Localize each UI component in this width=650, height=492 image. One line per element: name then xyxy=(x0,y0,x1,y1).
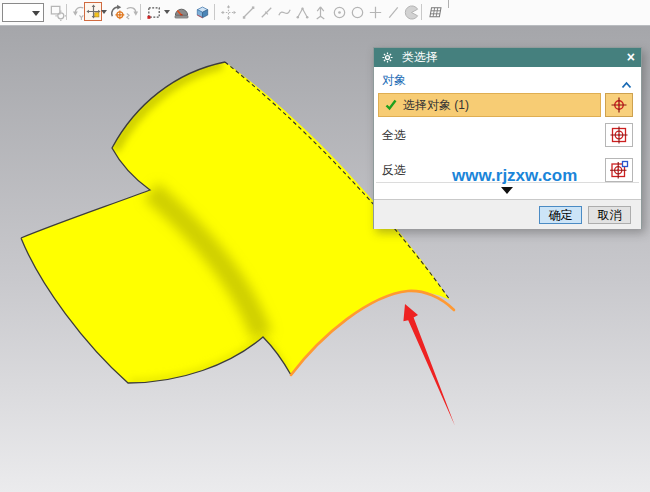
watermark: www.rjzxw.com xyxy=(452,166,577,186)
plus-icon xyxy=(366,3,384,22)
move-handles-icon xyxy=(219,3,237,22)
shaded-cube-icon[interactable] xyxy=(193,3,211,22)
section-label: 对象 xyxy=(382,67,406,93)
crosshair-box-icon xyxy=(609,125,629,145)
invert-selection-label: 反选 xyxy=(382,158,406,182)
section-header-object[interactable]: 对象 xyxy=(374,67,641,93)
toolbar xyxy=(0,0,650,26)
check-icon xyxy=(385,99,397,111)
circle-icon xyxy=(348,3,366,22)
point-normal-icon xyxy=(311,3,329,22)
cancel-button[interactable]: 取消 xyxy=(588,206,631,224)
line-alt-icon xyxy=(257,3,275,22)
annotation-arrow xyxy=(403,304,455,426)
selection-scope-gear-icon xyxy=(48,3,66,22)
rectangle-select-dropdown-icon[interactable] xyxy=(164,10,170,14)
spline-icon xyxy=(275,3,293,22)
toolbar-separator xyxy=(140,4,141,20)
dialog-resize-grip-icon[interactable] xyxy=(501,187,513,194)
combobox-dropdown-icon[interactable] xyxy=(32,11,40,16)
spline-points-icon xyxy=(293,3,311,22)
pane-divider xyxy=(448,0,449,8)
class-selection-dialog: 类选择 × 对象 选择对象 (1) xyxy=(373,47,642,229)
select-objects-row[interactable]: 选择对象 (1) xyxy=(378,93,601,117)
rectangle-select-icon[interactable] xyxy=(145,3,163,22)
gauge-icon[interactable] xyxy=(172,3,190,22)
select-objects-label: 选择对象 (1) xyxy=(403,97,469,114)
drag-select-icon xyxy=(122,3,140,22)
circle-center-icon xyxy=(330,3,348,22)
toolbar-separator xyxy=(66,4,67,20)
dialog-footer: 确定 取消 xyxy=(374,199,641,229)
gear-icon xyxy=(382,52,393,63)
toolbar-separator xyxy=(214,4,215,20)
chevron-up-icon[interactable] xyxy=(621,75,632,93)
select-highlight-icon[interactable] xyxy=(84,2,102,21)
face-icon xyxy=(402,3,420,22)
toolbar-separator xyxy=(421,4,422,20)
ok-button[interactable]: 确定 xyxy=(539,206,582,224)
select-objects-button[interactable] xyxy=(605,93,633,117)
dialog-titlebar[interactable]: 类选择 × xyxy=(374,48,641,67)
crosshair-invert-icon xyxy=(609,160,629,180)
select-all-label: 全选 xyxy=(382,123,406,147)
slash-icon xyxy=(384,3,402,22)
toolbar-combobox[interactable] xyxy=(2,3,44,22)
invert-selection-button[interactable] xyxy=(605,158,633,182)
close-icon[interactable]: × xyxy=(627,48,635,67)
dialog-title: 类选择 xyxy=(402,49,438,66)
crosshair-icon xyxy=(609,95,629,115)
select-all-button[interactable] xyxy=(605,123,633,147)
select-dropdown-icon[interactable] xyxy=(101,10,107,14)
line-icon xyxy=(239,3,257,22)
grid-table-icon[interactable] xyxy=(426,3,444,22)
application-window: www.rjzxw.com 类选择 × 对象 xyxy=(0,0,650,492)
